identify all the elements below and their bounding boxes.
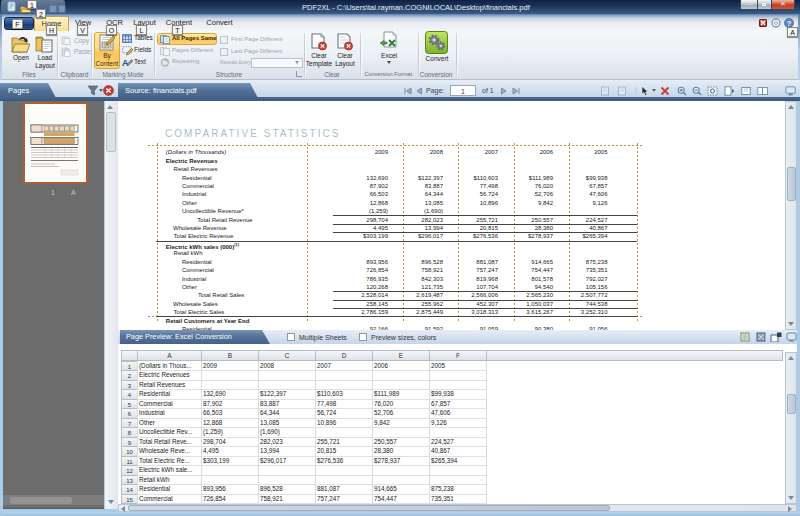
svg-text:A: A [122,58,129,67]
